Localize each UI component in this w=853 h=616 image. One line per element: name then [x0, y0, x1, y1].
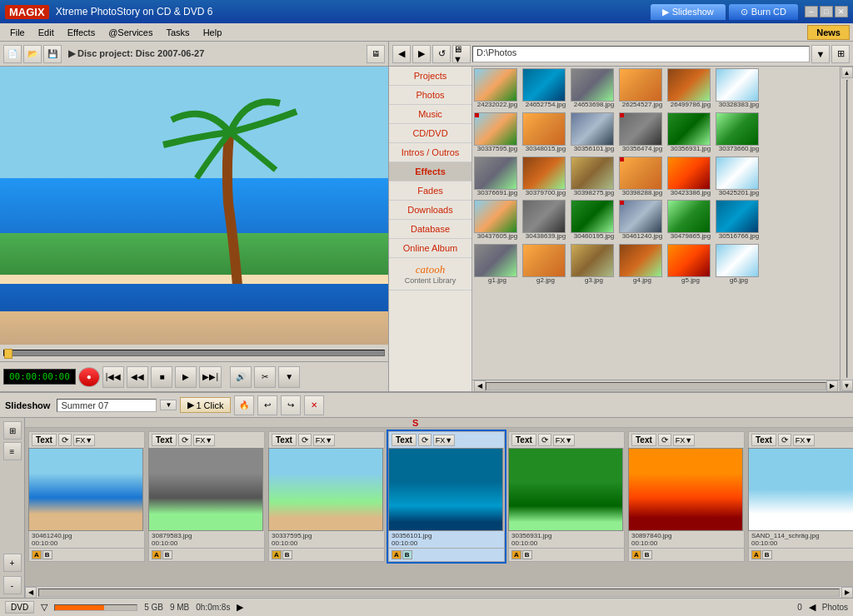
skip-start-button[interactable]: |◀◀ [102, 366, 125, 388]
list-item[interactable]: 24653698.jpg [571, 68, 617, 109]
cat-music[interactable]: Music [389, 105, 471, 124]
b-button[interactable]: B [522, 550, 532, 559]
tl-scroll-left-button[interactable]: ◀ [25, 587, 37, 599]
minimize-button[interactable]: – [805, 6, 818, 17]
undo-button[interactable]: ↩ [257, 395, 277, 415]
rotate-button[interactable]: ⟳ [778, 434, 791, 446]
list-item[interactable]: 30423386.jpg [667, 156, 714, 197]
list-item[interactable]: 30461240.jpg [619, 200, 666, 241]
scroll-thumb-track[interactable] [846, 80, 848, 378]
list-item[interactable]: 30379700.jpg [522, 156, 569, 197]
a-button[interactable]: A [751, 550, 761, 559]
scissors-button[interactable]: ✂ [254, 366, 276, 388]
list-item[interactable]: 30356931.jpg [667, 112, 714, 153]
scroll-left-button[interactable]: ◀ [474, 380, 486, 392]
menu-effects[interactable]: Effects [61, 26, 102, 39]
list-item[interactable]: 30356101.jpg [571, 112, 617, 153]
skip-end-button[interactable]: ▶▶| [199, 366, 222, 388]
play-button[interactable]: ▶ [175, 366, 197, 388]
tl-scroll-track[interactable] [38, 589, 840, 597]
fx-button[interactable]: FX▼ [553, 435, 575, 446]
prev-button[interactable]: ◀◀ [127, 366, 148, 388]
b-button[interactable]: B [162, 550, 172, 559]
burn-slide-button[interactable]: 🔥 [234, 395, 254, 415]
view-toggle-button[interactable]: ⊞ [831, 45, 850, 63]
table-row[interactable]: Text ⟳ FX▼ SAND_114_schräg.jpg 00:10:00 … [748, 431, 853, 562]
table-row[interactable]: Text ⟳ FX▼ 30879583.jpg 00:10:00 A [148, 431, 265, 562]
cat-intros[interactable]: Intros / Outros [389, 143, 471, 162]
progress-bar-area[interactable] [0, 345, 388, 361]
scroll-down-button[interactable]: ▼ [841, 380, 853, 391]
menu-help[interactable]: Help [197, 26, 229, 39]
tab-slideshow[interactable]: ▶ Slideshow [651, 4, 726, 20]
rotate-button[interactable]: ⟳ [418, 434, 431, 446]
timeline-h-scrollbar[interactable]: ◀ ▶ [25, 586, 853, 598]
a-button[interactable]: A [152, 550, 162, 559]
tab-burncd[interactable]: ⊙ Burn CD [729, 4, 798, 20]
new-button[interactable]: 📄 [3, 45, 22, 63]
a-button[interactable]: A [511, 550, 521, 559]
list-item[interactable]: 30516766.jpg [716, 200, 762, 241]
redo-button[interactable]: ↪ [281, 395, 301, 415]
fx-button[interactable]: FX▼ [313, 435, 335, 446]
list-item[interactable]: g4.jpg [619, 244, 666, 285]
fx-button[interactable]: FX▼ [73, 435, 95, 446]
list-item[interactable]: 30348015.jpg [522, 112, 569, 153]
cat-projects[interactable]: Projects [389, 67, 471, 86]
cat-catooh[interactable]: catooh Content Library [389, 258, 471, 291]
cat-photos[interactable]: Photos [389, 86, 471, 105]
rotate-button[interactable]: ⟳ [178, 434, 192, 446]
slideshow-name-input[interactable]: Summer 07 [57, 399, 157, 412]
zoom-out-icon[interactable]: - [3, 576, 22, 594]
rotate-button[interactable]: ⟳ [538, 434, 551, 446]
text-button[interactable]: Text [272, 434, 297, 446]
cat-database[interactable]: Database [389, 220, 471, 239]
cat-effects[interactable]: Effects [389, 162, 471, 181]
back-nav-button[interactable]: ◀ [392, 45, 411, 63]
list-item[interactable]: 24652754.jpg [522, 68, 569, 109]
b-button[interactable]: B [282, 550, 292, 559]
timeline-icon[interactable]: ≡ [3, 442, 22, 460]
path-dropdown-button[interactable]: ▼ [811, 45, 830, 63]
fx-button[interactable]: FX▼ [793, 435, 815, 446]
a-button[interactable]: A [631, 550, 641, 559]
cat-cddvd[interactable]: CD/DVD [389, 124, 471, 143]
save-button[interactable]: 💾 [43, 45, 62, 63]
list-item[interactable]: 30328383.jpg [716, 68, 762, 109]
list-item[interactable]: 30373660.jpg [716, 112, 762, 153]
list-item[interactable]: 24232022.jpg [474, 68, 521, 109]
path-bar[interactable]: D:\Photos [472, 46, 810, 62]
rotate-button[interactable]: ⟳ [298, 434, 312, 446]
list-item[interactable]: 30460195.jpg [571, 200, 617, 241]
list-item[interactable]: g6.jpg [716, 244, 762, 285]
rotate-button[interactable]: ⟳ [58, 434, 72, 446]
menu-edit[interactable]: Edit [32, 26, 61, 39]
stop-button[interactable]: ■ [151, 366, 172, 388]
list-item[interactable]: 26254527.jpg [619, 68, 666, 109]
list-item[interactable]: 30376691.jpg [474, 156, 521, 197]
list-item[interactable]: 26499786.jpg [667, 68, 714, 109]
scroll-up-button[interactable]: ▲ [841, 67, 853, 78]
list-item[interactable]: 30437605.jpg [474, 200, 521, 241]
b-button[interactable]: B [762, 550, 772, 559]
monitor-select-button[interactable]: 🖥▼ [452, 45, 471, 63]
zoom-in-icon[interactable]: + [3, 554, 22, 572]
b-button[interactable]: B [42, 550, 52, 559]
dvd-format-button[interactable]: DVD [5, 601, 34, 614]
list-item[interactable]: g2.jpg [522, 244, 569, 285]
tl-scroll-right-button[interactable]: ▶ [841, 587, 853, 599]
news-button[interactable]: News [807, 25, 850, 40]
menu-tasks[interactable]: Tasks [160, 26, 197, 39]
forward-nav-button[interactable]: ▶ [412, 45, 431, 63]
menu-services[interactable]: @Services [102, 26, 159, 39]
list-item[interactable]: 30337595.jpg [474, 112, 521, 153]
text-button[interactable]: Text [392, 434, 417, 446]
cat-downloads[interactable]: Downloads [389, 201, 471, 220]
text-button[interactable]: Text [511, 434, 536, 446]
table-row[interactable]: Text ⟳ FX▼ 30356101.jpg 00:10:00 A [388, 431, 505, 562]
photo-scroll[interactable]: 24232022.jpg 24652754.jpg 24653698.jpg [472, 67, 840, 380]
rotate-button[interactable]: ⟳ [658, 434, 671, 446]
close-button[interactable]: ✕ [835, 6, 848, 17]
delete-slide-button[interactable]: ✕ [304, 395, 324, 415]
storyboard-icon[interactable]: ⊞ [3, 421, 22, 440]
